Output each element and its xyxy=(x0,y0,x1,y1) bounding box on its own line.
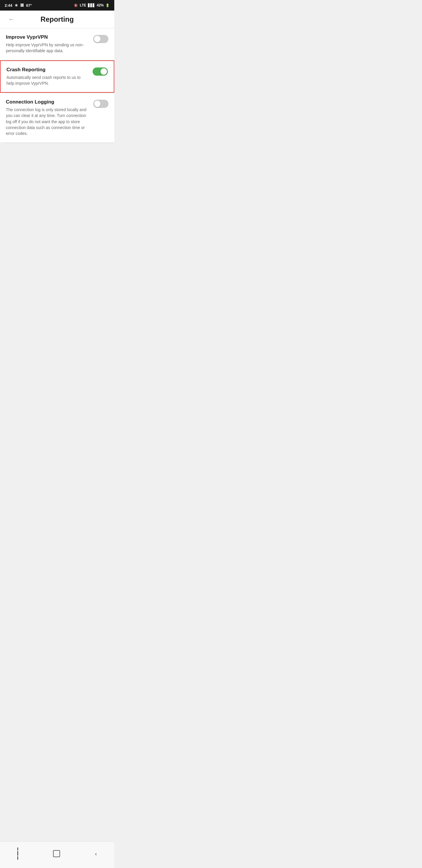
improve-vyprvpn-toggle-knob xyxy=(94,36,100,42)
connection-logging-item: Connection Logging The connection log is… xyxy=(0,93,114,142)
temperature-display: 67° xyxy=(26,3,32,8)
crash-reporting-title: Crash Reporting xyxy=(6,67,88,73)
connection-logging-section: Connection Logging The connection log is… xyxy=(0,93,114,143)
empty-space xyxy=(0,143,114,260)
settings-content: Improve VyprVPN Help improve VyprVPN by … xyxy=(0,28,114,260)
connection-logging-desc: The connection log is only stored locall… xyxy=(6,107,89,136)
crash-reporting-text: Crash Reporting Automatically send crash… xyxy=(6,67,88,87)
battery-display: 42% xyxy=(97,3,104,7)
notification-icon: ✳ xyxy=(15,3,18,8)
crash-reporting-toggle[interactable] xyxy=(93,67,108,76)
battery-icon: 🔋 xyxy=(105,3,109,7)
status-bar-right: 🔇 LTE ▋▋▋ 42% 🔋 xyxy=(74,3,109,7)
connection-logging-toggle-knob xyxy=(94,101,100,107)
connection-logging-text: Connection Logging The connection log is… xyxy=(6,99,89,136)
time-display: 2:44 xyxy=(5,3,12,8)
crash-reporting-toggle-wrapper[interactable] xyxy=(93,67,108,76)
status-bar: 2:44 ✳ 🖼 67° 🔇 LTE ▋▋▋ 42% 🔋 xyxy=(0,0,114,10)
improve-vyprvpn-section: Improve VyprVPN Help improve VyprVPN by … xyxy=(0,28,114,60)
connection-logging-title: Connection Logging xyxy=(6,99,89,105)
improve-vyprvpn-toggle[interactable] xyxy=(93,35,108,43)
improve-vyprvpn-toggle-wrapper[interactable] xyxy=(93,35,108,43)
page-title: Reporting xyxy=(6,15,108,24)
signal-label: LTE xyxy=(80,3,86,7)
back-button[interactable]: ← xyxy=(6,14,17,24)
improve-vyprvpn-desc: Help improve VyprVPN by sending us non-p… xyxy=(6,42,89,54)
crash-reporting-section: Crash Reporting Automatically send crash… xyxy=(0,60,114,93)
improve-vyprvpn-text: Improve VyprVPN Help improve VyprVPN by … xyxy=(6,34,89,54)
improve-vyprvpn-item: Improve VyprVPN Help improve VyprVPN by … xyxy=(0,28,114,60)
improve-vyprvpn-title: Improve VyprVPN xyxy=(6,34,89,40)
connection-logging-toggle-wrapper[interactable] xyxy=(93,100,108,108)
crash-reporting-item: Crash Reporting Automatically send crash… xyxy=(0,60,114,93)
top-navigation: ← Reporting xyxy=(0,10,114,28)
status-bar-left: 2:44 ✳ 🖼 67° xyxy=(5,3,32,8)
image-icon: 🖼 xyxy=(20,3,24,7)
mute-icon: 🔇 xyxy=(74,3,78,7)
crash-reporting-desc: Automatically send crash reports to us t… xyxy=(6,74,88,87)
connection-logging-toggle[interactable] xyxy=(93,100,108,108)
crash-reporting-toggle-knob xyxy=(100,68,107,75)
signal-bars-icon: ▋▋▋ xyxy=(88,3,95,7)
